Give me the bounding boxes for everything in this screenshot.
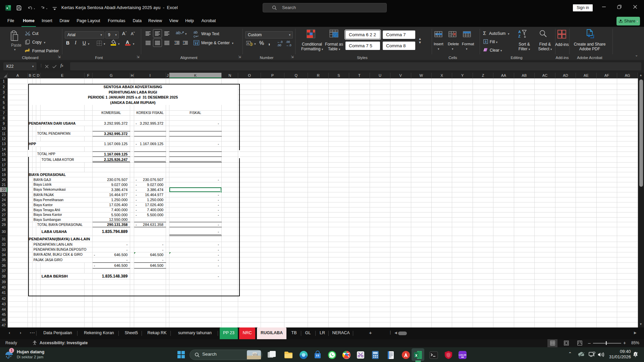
svg-text:A: A <box>518 30 521 34</box>
svg-text:z: z <box>635 353 636 355</box>
svg-text:Z: Z <box>518 34 521 38</box>
svg-text:z: z <box>637 352 638 354</box>
svg-text:$: $ <box>251 43 252 46</box>
svg-text:LUALOK: LUALOK <box>459 354 467 356</box>
svg-text:x: x <box>6 6 8 10</box>
svg-text:¥: ¥ <box>247 42 249 45</box>
svg-text:x: x <box>415 353 418 358</box>
